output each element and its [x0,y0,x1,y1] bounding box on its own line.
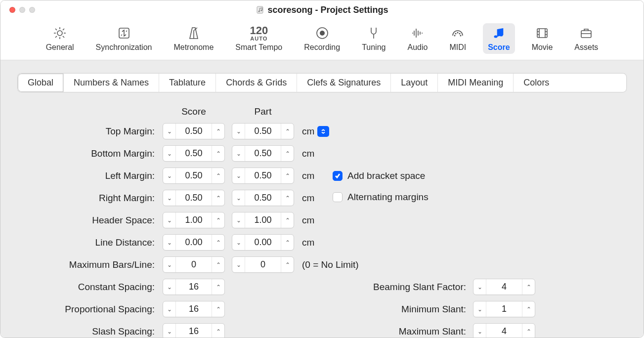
slash-spacing-stepper[interactable]: ⌄16⌃ [163,323,225,338]
minimum-slant-stepper[interactable]: ⌄1⌃ [473,301,535,317]
chevron-up-icon[interactable]: ⌃ [522,279,535,295]
svg-point-8 [457,32,459,34]
tab-tuning[interactable]: Tuning [357,23,390,54]
max-bars-score-stepper[interactable]: ⌄0⌃ [163,256,225,273]
subtab-colors[interactable]: Colors [514,74,559,92]
chevron-down-icon[interactable]: ⌄ [163,235,176,250]
chevron-up-icon[interactable]: ⌃ [281,146,294,161]
header-space-part-stepper[interactable]: ⌄1.00⌃ [232,212,294,228]
label-slash-spacing: Slash Spacing: [17,326,156,337]
top-margin-score-stepper[interactable]: ⌄0.50⌃ [163,123,225,139]
chevron-up-icon[interactable]: ⌃ [212,146,224,161]
maximum-slant-stepper[interactable]: ⌄4⌃ [473,323,535,338]
minimize-window-button[interactable] [19,7,25,13]
chevron-up-icon[interactable]: ⌃ [281,235,294,250]
chevron-down-icon[interactable]: ⌄ [163,168,176,183]
tab-synchronization[interactable]: Synchronization [91,23,157,54]
close-window-button[interactable] [9,7,15,13]
zoom-window-button[interactable] [29,7,35,13]
svg-point-11 [459,33,461,35]
tab-score[interactable]: Score [483,23,515,54]
chevron-up-icon[interactable]: ⌃ [281,124,294,139]
chevron-up-icon[interactable]: ⌃ [212,168,224,183]
dropdown-arrows-icon[interactable] [317,126,329,137]
tab-recording[interactable]: Recording [299,23,345,54]
tab-assets[interactable]: Assets [569,23,603,54]
top-margin-part-stepper[interactable]: ⌄0.50⌃ [232,123,294,139]
chevron-down-icon[interactable]: ⌄ [232,168,245,183]
briefcase-icon [579,25,594,41]
chevron-down-icon[interactable]: ⌄ [232,212,245,228]
svg-point-12 [494,35,498,38]
line-distance-score-stepper[interactable]: ⌄0.00⌃ [163,234,225,251]
left-margin-part-stepper[interactable]: ⌄0.50⌃ [232,168,294,184]
right-margin-part-stepper[interactable]: ⌄0.50⌃ [232,190,294,206]
bottom-margin-part-stepper[interactable]: ⌄0.50⌃ [232,145,294,162]
max-bars-part-stepper[interactable]: ⌄0⌃ [232,256,294,273]
subtab-numbers-names[interactable]: Numbers & Names [64,74,159,92]
chevron-up-icon[interactable]: ⌃ [522,324,535,338]
bottom-margin-score-stepper[interactable]: ⌄0.50⌃ [163,145,225,162]
subtab-tablature[interactable]: Tablature [159,74,216,92]
chevron-up-icon[interactable]: ⌃ [212,190,224,206]
chevron-up-icon[interactable]: ⌃ [212,235,224,250]
chevron-up-icon[interactable]: ⌃ [212,301,224,317]
unit-cm: cm [301,237,326,248]
left-margin-score-stepper[interactable]: ⌄0.50⌃ [163,168,225,184]
chevron-up-icon[interactable]: ⌃ [212,257,224,272]
subtab-chords-grids[interactable]: Chords & Grids [216,74,297,92]
chevron-down-icon[interactable]: ⌄ [232,235,245,250]
chevron-up-icon[interactable]: ⌃ [281,190,294,206]
chevron-down-icon[interactable]: ⌄ [473,324,486,338]
beaming-slant-factor-stepper[interactable]: ⌄4⌃ [473,279,535,295]
chevron-up-icon[interactable]: ⌃ [212,279,224,295]
subtab-clefs-signatures[interactable]: Clefs & Signatures [297,74,391,92]
chevron-down-icon[interactable]: ⌄ [163,146,176,161]
chevron-up-icon[interactable]: ⌃ [281,212,294,228]
tab-midi[interactable]: MIDI [444,23,471,54]
tab-smart-tempo[interactable]: 120AUTO Smart Tempo [230,23,287,54]
svg-rect-14 [537,29,547,38]
label-line-distance: Line Distance: [17,237,156,248]
chevron-up-icon[interactable]: ⌃ [522,301,535,317]
subtab-layout[interactable]: Layout [391,74,438,92]
line-distance-part-stepper[interactable]: ⌄0.00⌃ [232,234,294,251]
tab-metronome[interactable]: Metronome [169,23,218,54]
unit-select[interactable]: cm [301,126,329,137]
tab-movie[interactable]: Movie [527,23,558,54]
chevron-down-icon[interactable]: ⌄ [163,190,176,206]
chevron-up-icon[interactable]: ⌃ [281,168,294,183]
chevron-down-icon[interactable]: ⌄ [163,212,176,228]
chevron-down-icon[interactable]: ⌄ [232,257,245,272]
chevron-up-icon[interactable]: ⌃ [212,124,224,139]
chevron-down-icon[interactable]: ⌄ [163,301,176,317]
proportional-spacing-stepper[interactable]: ⌄16⌃ [163,301,225,317]
header-space-score-stepper[interactable]: ⌄1.00⌃ [163,212,225,228]
unit-cm: cm [301,148,326,159]
chevron-down-icon[interactable]: ⌄ [163,279,176,295]
alternating-margins-checkbox[interactable]: Alternating margins [333,192,429,203]
constant-spacing-stepper[interactable]: ⌄16⌃ [163,279,225,295]
chevron-down-icon[interactable]: ⌄ [163,124,176,139]
chevron-down-icon[interactable]: ⌄ [232,146,245,161]
chevron-down-icon[interactable]: ⌄ [232,124,245,139]
chevron-up-icon[interactable]: ⌃ [212,324,224,338]
chevron-down-icon[interactable]: ⌄ [473,279,486,295]
chevron-down-icon[interactable]: ⌄ [473,301,486,317]
chevron-down-icon[interactable]: ⌄ [163,324,176,338]
subtab-midi-meaning[interactable]: MIDI Meaning [438,74,514,92]
subtab-global[interactable]: Global [18,74,64,92]
chevron-down-icon[interactable]: ⌄ [232,190,245,206]
document-icon [256,6,263,14]
tab-audio[interactable]: Audio [402,23,432,54]
label-right-margin: Right Margin: [17,193,156,204]
chevron-up-icon[interactable]: ⌃ [281,257,294,272]
add-bracket-space-checkbox[interactable]: Add bracket space [333,170,425,181]
chevron-down-icon[interactable]: ⌄ [163,257,176,272]
midi-icon [450,25,465,41]
tab-general[interactable]: General [41,23,79,54]
chevron-up-icon[interactable]: ⌃ [212,212,224,228]
svg-point-3 [57,31,62,36]
right-margin-score-stepper[interactable]: ⌄0.50⌃ [163,190,225,206]
project-settings-window: scoresong - Project Settings General Syn… [0,0,644,338]
